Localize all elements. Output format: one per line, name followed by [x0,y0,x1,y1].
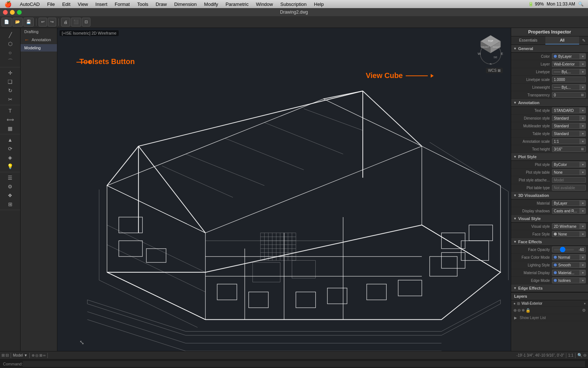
menu-autocad[interactable]: AutoCAD [16,1,43,7]
model-label[interactable]: Model ▼ [13,353,28,357]
layer-row-wall-exterior[interactable]: ● Wall-Exterior ▾ [511,300,588,307]
color-dropdown[interactable]: ▾ [580,54,585,59]
layer-freeze-icon[interactable]: ❄ [521,308,525,313]
polar-icon[interactable]: ◎ [35,353,39,357]
lt-polyline[interactable]: ⬡ [1,39,19,48]
linetype-value[interactable]: —— ByL... ▾ [552,69,586,75]
toolbar-redo[interactable]: ↪ [48,18,56,26]
plotstyletable-value[interactable]: None ▾ [552,169,586,175]
lineweight-dropdown[interactable]: ▾ [580,85,585,90]
menu-format[interactable]: Format [111,1,133,7]
tab-essentials[interactable]: Essentials [511,36,545,45]
annscale-dropdown[interactable]: ▾ [580,139,585,144]
menu-edit[interactable]: Edit [58,1,74,7]
faceopacity-slider[interactable] [554,249,574,251]
dimstyle-value[interactable]: Standard ▾ [552,115,586,121]
material-dropdown[interactable]: ▾ [580,201,585,206]
ortho-icon[interactable]: ⊕ [32,353,35,357]
lt-design-center[interactable]: ❖ [1,191,19,200]
toolbar-undo[interactable]: ↩ [39,18,47,26]
lt-move[interactable]: ✛ [1,68,19,77]
layer-lock-icon[interactable]: 🔒 [526,308,531,313]
apple-menu[interactable]: 🍎 [0,1,16,8]
edgemode-dropdown[interactable]: ▾ [580,278,585,283]
section-3dvis[interactable]: ▼ 3D Visualization [511,192,588,199]
plotstyletable-dropdown[interactable]: ▾ [580,170,585,175]
displayshadows-dropdown[interactable]: ▾ [580,208,585,213]
close-button[interactable] [3,10,8,15]
color-value[interactable]: ByLayer ▾ [552,53,586,59]
annscale-value[interactable]: 1:1 ▾ [552,138,586,144]
props-edit-icon[interactable]: ✎ [579,36,588,45]
materialdisplay-value[interactable]: Material... ▾ [552,270,586,276]
facestyle-dropdown[interactable]: ▾ [580,231,585,237]
view-cube[interactable]: N S E W TOP FRONT RIGHT SE [474,32,507,65]
otrack-icon[interactable]: ∞ [43,353,46,357]
plotstyle-dropdown[interactable]: ▾ [580,162,585,167]
layer-vis-icon[interactable]: ● [513,301,516,305]
facestyle-value[interactable]: None ▾ [552,231,586,237]
toolbar-open[interactable]: 📂 [12,18,23,26]
zoom-in-icon[interactable]: 🔍 [577,353,582,358]
transparency-stepper[interactable]: ⊞ [581,93,584,97]
layer-new-icon[interactable]: ⊕ [513,308,517,313]
section-visualstyle[interactable]: ▼ Visual Style [511,215,588,223]
lightingstyle-dropdown[interactable]: ▾ [580,262,585,268]
tablestyle-value[interactable]: Standard ▾ [552,131,586,137]
textstyle-value[interactable]: STANDARD ▾ [552,107,586,113]
menu-help[interactable]: Help [310,1,327,7]
lt-visual-styles[interactable]: ◈ [1,153,19,162]
lt-hatch[interactable]: ▦ [1,124,19,133]
section-general[interactable]: ▼ General [511,45,588,53]
layer-dropdown[interactable]: ▾ [580,61,585,67]
layer-delete-icon[interactable]: ⊖ [517,308,521,313]
menu-window[interactable]: Window [252,1,276,7]
layer-value[interactable]: Wall-Exterior ▾ [552,61,586,67]
menu-subscription[interactable]: Subscription [277,1,311,7]
command-input[interactable] [23,361,585,367]
toolbar-save[interactable]: 💾 [24,18,34,26]
mleaderstyle-dropdown[interactable]: ▾ [580,123,585,128]
menu-view[interactable]: View [74,1,92,7]
menu-parametric[interactable]: Parametric [222,1,252,7]
lt-lights[interactable]: 💡 [1,162,19,171]
section-faceeffects[interactable]: ▼ Face Effects [511,238,588,246]
menu-modify[interactable]: Modify [200,1,222,7]
section-edgeeffects[interactable]: ▼ Edge Effects [511,284,588,292]
toolbar-zoom-extents[interactable]: ⊡ [82,18,90,26]
faceopacity-value[interactable]: -60 [552,247,586,252]
menu-insert[interactable]: Insert [92,1,111,7]
lt-arc[interactable]: ⌒ [1,57,19,66]
lightingstyle-value[interactable]: Smooth ▾ [552,262,586,268]
layer-settings-icon[interactable]: ⚙ [582,308,586,313]
lt-extrude[interactable]: ▲ [1,135,19,144]
lt-copy[interactable]: ❑ [1,77,19,86]
tablestyle-dropdown[interactable]: ▾ [580,131,585,136]
displayshadows-value[interactable]: Casts and R... ▾ [552,208,586,214]
lt-trim[interactable]: ✂ [1,95,19,104]
lt-line[interactable]: ╱ [1,31,19,39]
section-plotstyle[interactable]: ▼ Plot Style [511,153,588,161]
edgemode-value[interactable]: Isolines ▾ [552,277,586,283]
toolbar-plot[interactable]: 🖨 [61,18,70,26]
lt-3d-orbit[interactable]: ⟳ [1,144,19,153]
dimstyle-dropdown[interactable]: ▾ [580,116,585,121]
facecolormode-dropdown[interactable]: ▾ [580,255,585,260]
menu-tools[interactable]: Tools [133,1,152,7]
menu-file[interactable]: File [43,1,58,7]
menu-draw[interactable]: Draw [152,1,171,7]
toolbar-view3d[interactable]: ⬛ [71,18,81,26]
toolbar-new[interactable]: 📄 [1,18,12,26]
toolset-modeling[interactable]: Modeling [21,44,57,52]
mleaderstyle-value[interactable]: Standard ▾ [552,123,586,129]
linetype-dropdown[interactable]: ▾ [580,69,585,74]
zoom-out-icon[interactable]: ⊖ [583,353,587,358]
lineweight-value[interactable]: —— ByL... ▾ [552,84,586,90]
maximize-button[interactable] [17,10,22,15]
facecolormode-value[interactable]: Normal ▾ [552,254,586,260]
tab-all[interactable]: All [545,36,580,45]
section-annotation[interactable]: ▼ Annotation [511,99,588,107]
snap-icon[interactable]: ⊟ [6,353,9,358]
layer-dropdown-icon[interactable]: ▾ [584,302,586,305]
minimize-button[interactable] [10,10,15,15]
